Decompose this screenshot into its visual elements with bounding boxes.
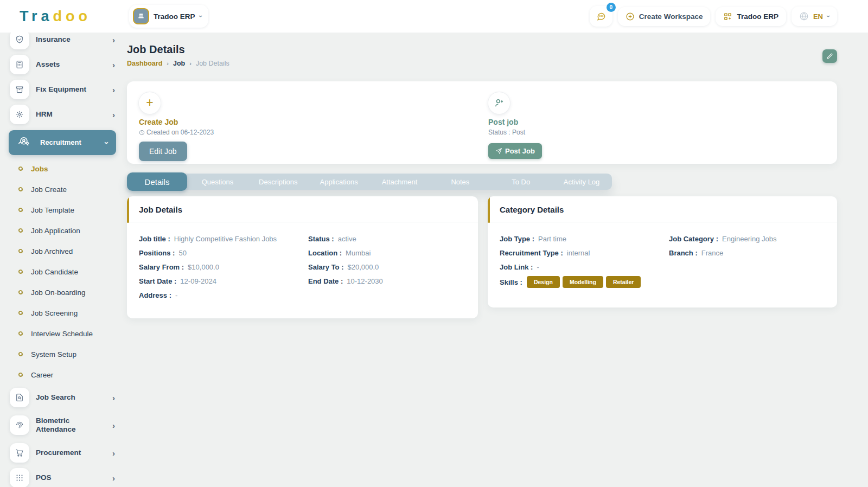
sidebar-item-career[interactable]: Career (0, 364, 125, 385)
tab-notes[interactable]: Notes (430, 178, 490, 186)
sidebar-item-pos[interactable]: POS › (0, 465, 125, 487)
sidebar-item-biometric-attendance[interactable]: Biometric Attendance › (0, 410, 125, 440)
storage-box-icon (10, 80, 29, 99)
sidebar-item-job-archived[interactable]: Job Archived (0, 241, 125, 261)
tab-descriptions[interactable]: Descriptions (248, 178, 309, 186)
create-workspace-button[interactable]: Create Workspace (618, 7, 711, 26)
job-details-col2: Status : active Location : Mumbai Salary… (308, 232, 466, 302)
job-details-card-title: Job Details (127, 196, 478, 222)
category-details-card-title: Category Details (488, 196, 837, 222)
chevron-right-icon: › (112, 393, 115, 402)
chevron-right-icon: › (112, 421, 115, 430)
field-label: End Date : (308, 277, 343, 285)
bullet-icon (18, 310, 23, 316)
field-value: active (338, 235, 356, 243)
sidebar-item-job-screening[interactable]: Job Screening (0, 303, 125, 323)
erp-apps-button[interactable]: Tradoo ERP (716, 7, 786, 26)
tab-attachment[interactable]: Attachment (369, 178, 430, 186)
skills-row: Skills : DesignModellingRetailer (500, 274, 669, 290)
tab-questions[interactable]: Questions (187, 178, 248, 186)
field-label: Salary To : (308, 263, 344, 271)
sidebar-item-jobs[interactable]: Jobs (0, 158, 125, 179)
field-value: - (537, 263, 539, 271)
sidebar-item-assets[interactable]: Assets › (0, 52, 125, 77)
field-value: Part time (538, 235, 566, 243)
field-label: Job title : (139, 235, 170, 243)
sidebar-item-job-application[interactable]: Job Application (0, 220, 125, 241)
page-header: Job Details Dashboard › Job › Job Detail… (127, 33, 837, 67)
sidebar-item-recruitment[interactable]: Recruitment › (9, 130, 116, 155)
skill-badge: Modelling (563, 276, 603, 288)
breadcrumb-separator: › (189, 60, 192, 67)
sidebar-item-procurement[interactable]: Procurement › (0, 440, 125, 465)
field-row: Start Date : 12-09-2024 (139, 274, 308, 288)
sidebar-item-fix-equipment[interactable]: Fix Equipment › (0, 77, 125, 102)
post-job-button[interactable]: Post Job (488, 143, 542, 159)
tab-todo[interactable]: To Do (490, 178, 551, 186)
field-row: Job Category : Engineering Jobs (669, 232, 825, 246)
brand-logo[interactable]: Tradoo (0, 8, 125, 25)
logo-text-gold: doo (53, 8, 91, 24)
sidebar-item-insurance[interactable]: Insurance › (0, 33, 125, 52)
grid-dots-icon (10, 468, 29, 487)
recruitment-submenu: Jobs Job Create Job Template Job Applica… (0, 158, 125, 385)
field-row: Status : active (308, 232, 466, 246)
plus-icon: + (139, 92, 161, 114)
bullet-icon (18, 372, 23, 377)
category-col1: Job Type : Part time Recruitment Type : … (500, 232, 669, 290)
post-job-status: Status : Post (488, 129, 542, 136)
sidebar-item-job-template[interactable]: Job Template (0, 200, 125, 220)
tab-activity-log[interactable]: Activity Log (551, 178, 612, 186)
post-job-title: Post job (488, 118, 542, 126)
tab-applications[interactable]: Applications (309, 178, 369, 186)
job-details-card: Job Details Job title : Highly Competiti… (127, 196, 478, 318)
field-row: Branch : France (669, 246, 825, 260)
edit-job-button[interactable]: Edit Job (139, 142, 187, 161)
tab-details[interactable]: Details (127, 172, 187, 191)
sidebar-item-hrm[interactable]: HRM › (0, 102, 125, 127)
bullet-icon (18, 248, 23, 254)
workspace-label: Tradoo ERP (154, 12, 195, 21)
sidebar-item-job-candidate[interactable]: Job Candidate (0, 261, 125, 282)
breadcrumb-dashboard[interactable]: Dashboard (127, 60, 162, 67)
clock-icon (139, 130, 145, 136)
sidebar-item-system-setup[interactable]: System Setup (0, 344, 125, 364)
skill-badge: Retailer (606, 276, 641, 288)
bullet-icon (18, 269, 23, 274)
sidebar-item-job-search[interactable]: Job Search › (0, 385, 125, 410)
breadcrumb-job[interactable]: Job (173, 60, 185, 67)
field-row: Salary To : $20,000.0 (308, 260, 466, 274)
sidebar-item-interview-schedule[interactable]: Interview Schedule (0, 323, 125, 344)
field-label: Address : (139, 291, 171, 299)
topbar-actions: 0 Create Workspace Tradoo ERP EN › (590, 6, 868, 27)
field-row: Positions : 50 (139, 246, 308, 260)
field-label: Salary From : (139, 263, 184, 271)
apps-grid-icon (723, 12, 732, 21)
field-label: Branch : (669, 249, 698, 257)
field-value: 12-09-2024 (180, 277, 216, 285)
language-label: EN (813, 12, 823, 21)
chevron-down-icon: › (197, 15, 205, 17)
field-label: Start Date : (139, 277, 176, 285)
sidebar-item-job-onboarding[interactable]: Job On-boarding (0, 282, 125, 303)
edit-page-button[interactable] (822, 49, 837, 63)
sidebar-item-job-create[interactable]: Job Create (0, 179, 125, 200)
field-row: End Date : 10-12-2030 (308, 274, 466, 288)
field-label: Job Category : (669, 235, 718, 243)
bullet-icon (18, 166, 23, 171)
chat-button[interactable]: 0 (590, 6, 612, 27)
breadcrumb: Dashboard › Job › Job Details (127, 60, 837, 67)
workspace-selector[interactable]: Tradoo ERP › (129, 5, 208, 28)
shield-icon (10, 33, 29, 49)
field-value: 50 (178, 249, 186, 257)
language-selector[interactable]: EN › (792, 7, 837, 26)
bullet-icon (18, 207, 23, 213)
field-label: Positions : (139, 249, 175, 257)
fingerprint-icon (10, 415, 29, 435)
field-value: - (175, 291, 177, 299)
plus-circle-icon (626, 12, 635, 21)
job-details-col1: Job title : Highly Competitive Fashion J… (139, 232, 308, 302)
page-title: Job Details (127, 43, 837, 56)
chat-badge: 0 (607, 3, 616, 12)
field-row: Job Type : Part time (500, 232, 669, 246)
